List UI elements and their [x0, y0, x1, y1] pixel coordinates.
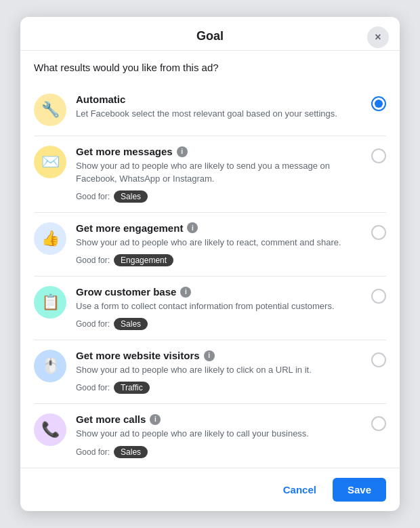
goal-content-customer: Grow customer baseiUse a form to collect… — [76, 286, 364, 330]
goal-icon-calls: 📞 — [34, 413, 66, 446]
save-button[interactable]: Save — [333, 478, 386, 502]
goal-name-website: Get more website visitors — [76, 350, 200, 361]
info-icon-messages[interactable]: i — [177, 146, 188, 157]
goal-item-calls[interactable]: 📞Get more callsiShow your ad to people w… — [34, 404, 386, 467]
info-icon-website[interactable]: i — [204, 350, 215, 361]
good-for-row-messages: Good for:Sales — [76, 190, 364, 203]
goal-content-website: Get more website visitorsiShow your ad t… — [76, 350, 364, 394]
goal-item-customer[interactable]: 📋Grow customer baseiUse a form to collec… — [34, 277, 386, 340]
modal-title: Goal — [196, 29, 224, 43]
goal-name-calls: Get more calls — [76, 413, 146, 425]
goal-content-calls: Get more callsiShow your ad to people wh… — [76, 413, 364, 458]
goal-name-automatic: Automatic — [76, 94, 125, 105]
good-for-label-engagement: Good for: — [76, 256, 110, 265]
info-icon-customer[interactable]: i — [180, 287, 191, 298]
goal-tag-engagement: Engagement — [114, 254, 173, 266]
goal-tag-customer: Sales — [114, 318, 148, 330]
goal-item-automatic[interactable]: 🔧AutomaticLet Facebook select the most r… — [34, 84, 386, 136]
good-for-row-customer: Good for:Sales — [76, 318, 364, 330]
good-for-row-calls: Good for:Sales — [76, 446, 364, 458]
modal-header: Goal × — [20, 17, 400, 51]
goal-item-website[interactable]: 🖱️Get more website visitorsiShow your ad… — [34, 340, 386, 404]
goal-tag-messages: Sales — [114, 190, 148, 203]
radio-automatic[interactable] — [371, 96, 386, 111]
modal-overlay: Goal × What results would you like from … — [0, 0, 420, 528]
cancel-button[interactable]: Cancel — [274, 479, 326, 501]
goal-desc-automatic: Let Facebook select the most relevant go… — [76, 108, 364, 120]
goal-name-customer: Grow customer base — [76, 286, 176, 298]
goal-desc-calls: Show your ad to people who are likely to… — [76, 428, 364, 440]
goal-desc-engagement: Show your ad to people who are likely to… — [76, 237, 364, 249]
goal-title-row-messages: Get more messagesi — [76, 146, 364, 157]
good-for-label-customer: Good for: — [76, 319, 110, 329]
goal-content-automatic: AutomaticLet Facebook select the most re… — [76, 94, 364, 125]
radio-calls[interactable] — [371, 416, 386, 431]
goal-title-row-calls: Get more callsi — [76, 413, 364, 425]
good-for-row-website: Good for:Traffic — [76, 382, 364, 394]
goal-icon-customer: 📋 — [34, 286, 66, 319]
radio-customer[interactable] — [371, 289, 386, 304]
goal-icon-engagement: 👍 — [34, 222, 66, 255]
goal-modal: Goal × What results would you like from … — [20, 17, 400, 510]
info-icon-calls[interactable]: i — [150, 414, 161, 425]
goal-desc-customer: Use a form to collect contact informatio… — [76, 300, 364, 312]
good-for-label-calls: Good for: — [76, 447, 110, 457]
goal-name-engagement: Get more engagement — [76, 222, 183, 234]
goal-content-engagement: Get more engagementiShow your ad to peop… — [76, 222, 364, 266]
goal-tag-calls: Sales — [114, 446, 148, 458]
goal-icon-website: 🖱️ — [34, 350, 66, 382]
goal-desc-messages: Show your ad to people who are likely to… — [76, 160, 364, 184]
good-for-label-website: Good for: — [76, 383, 110, 392]
goal-name-messages: Get more messages — [76, 146, 173, 157]
goal-icon-automatic: 🔧 — [34, 94, 66, 126]
goal-title-row-customer: Grow customer basei — [76, 286, 364, 298]
goal-desc-website: Show your ad to people who are likely to… — [76, 364, 364, 376]
radio-website[interactable] — [371, 352, 386, 367]
goals-list: 🔧AutomaticLet Facebook select the most r… — [34, 84, 386, 467]
modal-footer: Cancel Save — [20, 468, 400, 511]
goal-title-row-website: Get more website visitorsi — [76, 350, 364, 361]
good-for-row-engagement: Good for:Engagement — [76, 254, 364, 266]
goal-title-row-automatic: Automatic — [76, 94, 364, 105]
modal-body: What results would you like from this ad… — [20, 51, 400, 467]
radio-engagement[interactable] — [371, 225, 386, 240]
close-button[interactable]: × — [367, 26, 389, 48]
radio-messages[interactable] — [371, 148, 386, 163]
goal-item-messages[interactable]: ✉️Get more messagesiShow your ad to peop… — [34, 136, 386, 212]
section-question: What results would you like from this ad… — [34, 62, 386, 73]
goal-content-messages: Get more messagesiShow your ad to people… — [76, 146, 364, 202]
goal-tag-website: Traffic — [114, 382, 150, 394]
info-icon-engagement[interactable]: i — [187, 222, 198, 233]
good-for-label-messages: Good for: — [76, 192, 110, 201]
goal-icon-messages: ✉️ — [34, 146, 66, 178]
goal-title-row-engagement: Get more engagementi — [76, 222, 364, 234]
goal-item-engagement[interactable]: 👍Get more engagementiShow your ad to peo… — [34, 213, 386, 277]
